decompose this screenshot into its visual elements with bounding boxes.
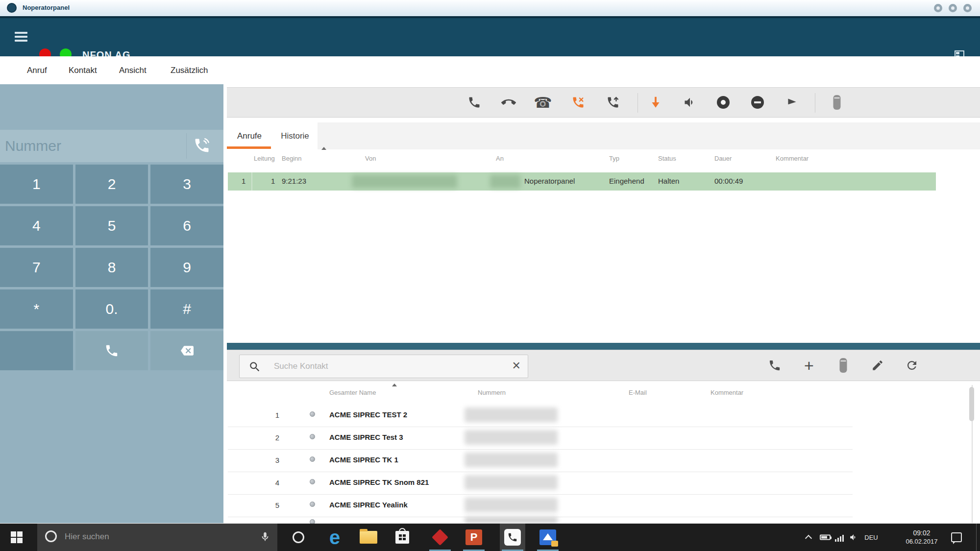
hamburger-menu-icon[interactable] <box>15 32 27 44</box>
number-field-row <box>0 130 223 162</box>
tray-battery-icon[interactable] <box>820 535 831 540</box>
file-explorer-icon[interactable] <box>360 531 377 544</box>
refresh-contacts-icon[interactable] <box>906 359 919 372</box>
blue-app-icon[interactable] <box>539 529 556 545</box>
red-diamond-app-icon[interactable] <box>434 531 446 543</box>
call-contact-icon[interactable] <box>768 359 782 372</box>
contact-name: ACME SIPREC TEST 2 <box>329 410 407 419</box>
menu-zusaetzlich[interactable]: Zusätzlich <box>171 66 208 75</box>
col-status[interactable]: Status <box>658 155 676 162</box>
key-hash[interactable]: # <box>150 289 223 329</box>
window-titlebar: Noperatorpanel <box>0 0 980 16</box>
contact-name: ACME SIPREC TK Snom 821 <box>329 478 429 486</box>
trash-icon[interactable] <box>833 95 841 110</box>
nfon-app-icon[interactable] <box>504 529 521 546</box>
answer-call-icon[interactable] <box>467 96 481 109</box>
mute-icon[interactable] <box>751 96 764 109</box>
tab-historie[interactable]: Historie <box>273 122 317 149</box>
menu-anruf[interactable]: Anruf <box>27 66 47 75</box>
store-app-icon[interactable] <box>395 531 409 544</box>
record-icon[interactable] <box>717 96 730 109</box>
add-contact-icon[interactable]: + <box>804 356 814 375</box>
presence-icon <box>310 502 315 507</box>
search-icon <box>248 360 261 373</box>
tab-strip-background <box>318 122 980 149</box>
tray-clock[interactable]: 09:02 06.02.2017 <box>900 528 944 546</box>
key-5[interactable]: 5 <box>75 206 148 245</box>
col-email[interactable]: E-Mail <box>629 389 647 396</box>
contact-sort-indicator-icon[interactable] <box>392 383 397 386</box>
key-2[interactable]: 2 <box>75 165 148 204</box>
key-1[interactable]: 1 <box>0 165 73 204</box>
key-4[interactable]: 4 <box>0 206 73 245</box>
taskbar-search <box>37 524 277 551</box>
key-star[interactable]: * <box>0 289 73 329</box>
call-forward-icon[interactable] <box>571 96 585 109</box>
cortana-app-icon[interactable] <box>293 531 304 543</box>
contacts-scrollbar-thumb[interactable] <box>969 387 974 421</box>
row-separator <box>228 449 853 450</box>
tab-anrufe[interactable]: Anrufe <box>227 122 272 149</box>
hangup-call-icon[interactable] <box>501 95 516 110</box>
clear-search-icon[interactable]: ✕ <box>512 359 521 372</box>
taskbar-search-input[interactable] <box>65 529 241 544</box>
app-header: NFON AG <box>0 18 980 56</box>
flag-icon[interactable] <box>785 96 798 109</box>
call-icon <box>104 343 119 358</box>
call-row-number: 1 <box>242 177 248 185</box>
dial-ringing-phone-icon[interactable] <box>193 137 211 154</box>
col-nummern[interactable]: Nummern <box>478 389 506 396</box>
show-desktop-sliver[interactable] <box>976 524 977 551</box>
col-leitung[interactable]: Leitung <box>254 155 275 162</box>
contacts-toolbar: ✕ + <box>227 350 980 381</box>
key-6[interactable]: 6 <box>150 206 223 245</box>
start-button[interactable] <box>11 531 23 543</box>
col-an[interactable]: An <box>496 155 504 162</box>
col-von[interactable]: Von <box>365 155 376 162</box>
incoming-arrow-icon[interactable] <box>648 95 663 110</box>
delete-contact-icon[interactable] <box>840 358 847 373</box>
desk-phone-icon[interactable]: ☎ <box>534 94 552 111</box>
tray-volume-icon[interactable] <box>849 533 858 542</box>
col-beginn[interactable]: Beginn <box>282 155 301 162</box>
key-7[interactable]: 7 <box>0 248 73 287</box>
active-tab-underline <box>227 146 271 149</box>
redacted-an-number <box>490 175 520 188</box>
tray-network-icon[interactable] <box>835 533 845 542</box>
col-dauer[interactable]: Dauer <box>714 155 732 162</box>
tab-anrufe-label: Anrufe <box>237 131 262 141</box>
edit-contact-icon[interactable] <box>871 359 884 372</box>
powerpoint-icon[interactable]: P <box>466 529 482 545</box>
number-input[interactable] <box>5 133 181 159</box>
col-c-kommentar[interactable]: Kommentar <box>710 389 743 396</box>
cortana-ring-icon <box>45 530 57 542</box>
edge-browser-icon[interactable]: e <box>329 527 340 549</box>
menu-ansicht[interactable]: Ansicht <box>119 66 147 75</box>
minimize-button[interactable] <box>934 4 942 12</box>
call-status: Halten <box>658 177 679 185</box>
contact-index: 3 <box>260 456 279 464</box>
call-pickup-icon[interactable] <box>606 96 620 109</box>
key-0[interactable]: 0. <box>75 289 148 329</box>
col-kommentar[interactable]: Kommentar <box>776 155 808 162</box>
action-center-icon[interactable] <box>951 532 962 542</box>
backspace-button[interactable] <box>150 331 223 370</box>
key-9[interactable]: 9 <box>150 248 223 287</box>
menu-kontakt[interactable]: Kontakt <box>69 66 97 75</box>
key-8[interactable]: 8 <box>75 248 148 287</box>
row-separator <box>228 494 853 495</box>
key-3[interactable]: 3 <box>150 165 223 204</box>
active-call-row[interactable]: 1 1 9:21:23 Noperatorpanel Eingehend Hal… <box>228 172 936 191</box>
tray-language[interactable]: DEU <box>864 534 878 541</box>
close-button[interactable] <box>963 4 972 12</box>
col-gesamter-name[interactable]: Gesamter Name <box>329 389 376 396</box>
tray-date: 06.02.2017 <box>900 537 944 546</box>
speaker-icon[interactable] <box>683 96 697 109</box>
maximize-button[interactable] <box>949 4 957 12</box>
contact-search-input[interactable] <box>274 358 485 375</box>
call-button[interactable] <box>75 331 148 370</box>
col-typ[interactable]: Typ <box>609 155 619 162</box>
microphone-icon[interactable] <box>260 531 270 542</box>
sort-indicator-icon[interactable] <box>321 147 326 150</box>
tray-chevron-icon[interactable] <box>806 534 811 541</box>
